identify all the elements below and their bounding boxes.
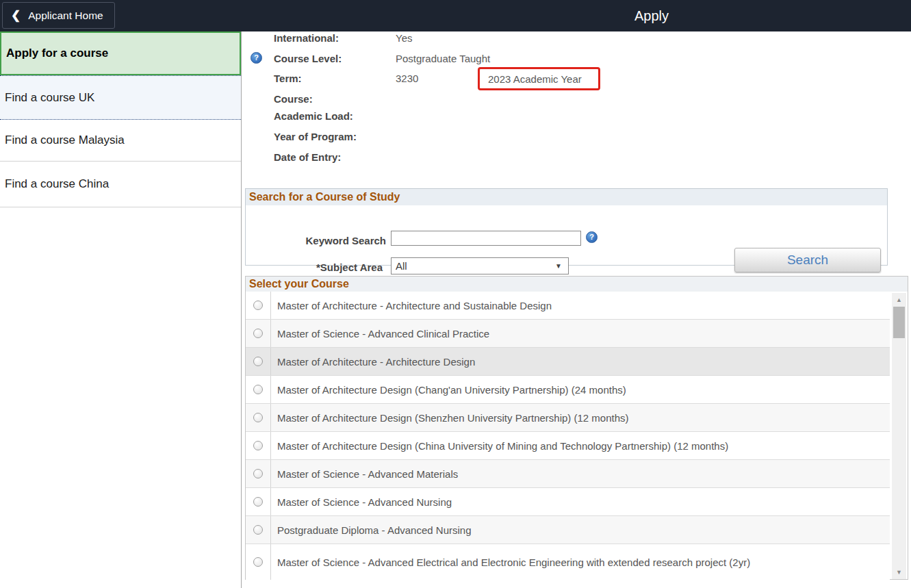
course-name: Postgraduate Diploma - Advanced Nursing xyxy=(271,524,472,536)
course-radio-button[interactable] xyxy=(253,525,263,535)
field-label: Academic Load: xyxy=(274,110,396,122)
radio-cell xyxy=(246,460,271,487)
scroll-down-icon[interactable]: ▼ xyxy=(892,567,906,578)
main-content: ? International:Yes Course Level:Postgra… xyxy=(242,31,911,588)
radio-cell xyxy=(246,348,271,375)
course-row[interactable]: Master of Architecture Design (Shenzhen … xyxy=(246,404,890,432)
course-list: Master of Architecture - Architecture an… xyxy=(246,292,890,580)
top-header-bar: ❮ Applicant Home Apply xyxy=(0,0,911,31)
course-name: Master of Architecture - Architecture De… xyxy=(271,356,475,368)
search-groupbox-title: Search for a Course of Study xyxy=(246,189,887,205)
radio-cell xyxy=(246,292,271,319)
radio-cell xyxy=(246,432,271,459)
term-description-red-annotation: 2023 Academic Year xyxy=(478,67,600,90)
course-name: Master of Science - Advanced Materials xyxy=(271,468,458,480)
radio-cell xyxy=(246,488,271,515)
radio-cell xyxy=(246,544,271,580)
radio-cell xyxy=(246,320,271,347)
course-row[interactable]: Postgraduate Diploma - Advanced Nursing xyxy=(246,516,890,544)
course-radio-button[interactable] xyxy=(253,469,263,478)
field-year-of-program: Year of Program: xyxy=(274,131,396,142)
course-row-highlighted[interactable]: Master of Architecture - Architecture De… xyxy=(246,348,890,376)
course-row[interactable]: Master of Architecture Design (Chang'an … xyxy=(246,376,890,404)
course-radio-button[interactable] xyxy=(253,385,263,394)
course-name: Master of Architecture Design (Chang'an … xyxy=(271,384,626,396)
sidebar-item-label: Apply for a course xyxy=(6,47,108,60)
radio-cell xyxy=(246,376,271,403)
subject-area-label: *Subject Area xyxy=(246,261,383,273)
field-value: Postgraduate Taught xyxy=(396,53,490,64)
radio-cell xyxy=(246,516,271,544)
scroll-up-icon[interactable]: ▲ xyxy=(892,294,906,305)
select-course-title: Select your Course xyxy=(246,277,908,292)
term-description: 2023 Academic Year xyxy=(488,73,582,85)
keyword-search-help-icon[interactable]: ? xyxy=(586,231,598,243)
back-chevron-icon: ❮ xyxy=(11,10,21,21)
course-row[interactable]: Master of Science - Advanced Electrical … xyxy=(246,544,890,580)
sidebar-item-apply-for-a-course[interactable]: Apply for a course xyxy=(0,31,241,75)
chevron-down-icon: ▼ xyxy=(555,262,562,270)
field-course-level: Course Level:Postgraduate Taught xyxy=(274,53,490,64)
applicant-home-back-button[interactable]: ❮ Applicant Home xyxy=(2,2,115,29)
sidebar-item-find-a-course-uk[interactable]: Find a course UK xyxy=(0,75,241,120)
course-radio-button[interactable] xyxy=(253,497,263,507)
subject-area-dropdown[interactable]: All ▼ xyxy=(391,257,569,274)
course-name: Master of Architecture - Architecture an… xyxy=(271,300,552,311)
course-name: Master of Science - Advanced Nursing xyxy=(271,496,452,508)
keyword-search-input[interactable] xyxy=(391,231,581,246)
course-row[interactable]: Master of Architecture - Architecture an… xyxy=(246,292,890,320)
course-name: Master of Science - Advanced Electrical … xyxy=(271,557,750,568)
field-label: Year of Program: xyxy=(274,131,396,142)
sidebar-item-label: Find a course China xyxy=(5,177,109,191)
field-label: Term: xyxy=(274,73,396,84)
field-label: Course Level: xyxy=(274,53,396,64)
apply-page: ❮ Applicant Home Apply Apply for a cours… xyxy=(0,0,911,588)
course-row[interactable]: Master of Architecture Design (China Uni… xyxy=(246,432,890,460)
course-name: Master of Architecture Design (Shenzhen … xyxy=(271,412,629,424)
field-label: Date of Entry: xyxy=(274,151,396,163)
search-button[interactable]: Search xyxy=(734,248,881,272)
sidebar-item-label: Find a course UK xyxy=(5,91,94,105)
sidebar-item-find-a-course-malaysia[interactable]: Find a course Malaysia xyxy=(0,120,241,162)
field-date-of-entry: Date of Entry: xyxy=(274,151,396,163)
back-button-label: Applicant Home xyxy=(28,10,103,22)
course-list-scrollbar[interactable]: ▲ ▼ xyxy=(892,293,906,579)
field-academic-load: Academic Load: xyxy=(274,110,396,122)
course-radio-button[interactable] xyxy=(253,557,263,567)
subject-area-selected-value: All xyxy=(396,260,407,272)
course-row[interactable]: Master of Science - Advanced Nursing xyxy=(246,488,890,516)
keyword-search-label: Keyword Search xyxy=(246,235,386,246)
course-radio-button[interactable] xyxy=(253,301,263,310)
course-radio-button[interactable] xyxy=(253,441,263,450)
scrollbar-thumb[interactable] xyxy=(893,307,905,338)
field-label: International: xyxy=(274,32,396,44)
course-name: Master of Science - Advanced Clinical Pr… xyxy=(271,328,489,340)
field-international: International:Yes xyxy=(274,32,412,44)
course-radio-button[interactable] xyxy=(253,357,263,366)
field-term: Term:3230 xyxy=(274,73,418,84)
search-groupbox-body: Keyword Search ? *Subject Area All ▼ Sea… xyxy=(246,205,887,266)
course-radio-button[interactable] xyxy=(253,329,263,338)
field-value: Yes xyxy=(396,32,412,44)
course-name: Master of Architecture Design (China Uni… xyxy=(271,440,728,452)
course-row[interactable]: Master of Science - Advanced Clinical Pr… xyxy=(246,320,890,348)
search-course-groupbox: Search for a Course of Study Keyword Sea… xyxy=(245,188,888,266)
field-value: 3230 xyxy=(396,73,418,84)
sidebar-item-find-a-course-china[interactable]: Find a course China xyxy=(0,162,241,207)
sidebar: Apply for a course Find a course UK Find… xyxy=(0,31,242,588)
course-radio-button[interactable] xyxy=(253,413,263,422)
sidebar-item-label: Find a course Malaysia xyxy=(5,133,125,147)
page-title: Apply xyxy=(634,0,669,31)
course-level-help-icon[interactable]: ? xyxy=(251,52,262,64)
field-label: Course: xyxy=(274,93,396,105)
course-row[interactable]: Master of Science - Advanced Materials xyxy=(246,460,890,488)
radio-cell xyxy=(246,404,271,431)
field-course: Course: xyxy=(274,93,396,105)
select-course-groupbox: Select your Course Master of Architectur… xyxy=(245,276,908,580)
